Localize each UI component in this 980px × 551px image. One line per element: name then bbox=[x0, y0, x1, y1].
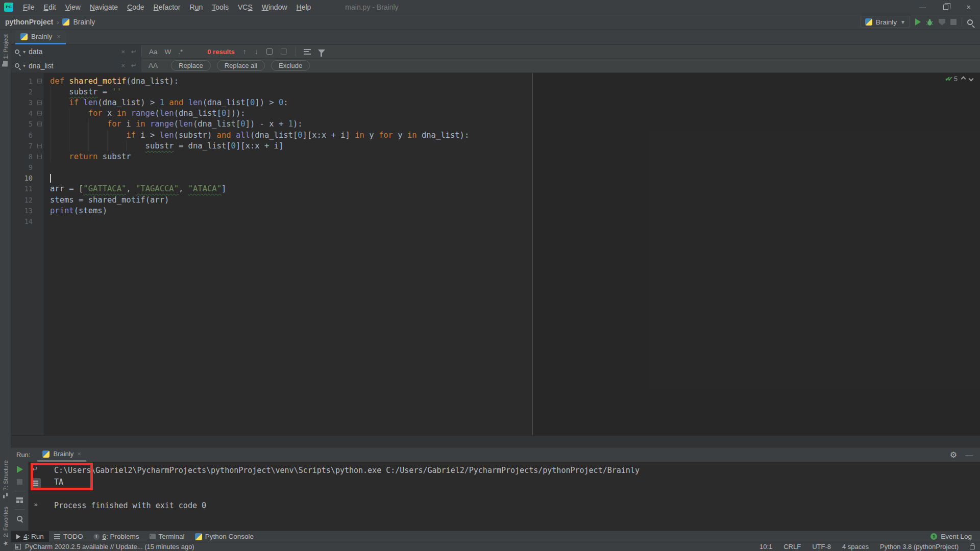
menu-view[interactable]: View bbox=[61, 0, 85, 14]
console-line: Process finished with exit code 0 bbox=[54, 500, 980, 512]
run-tab-close-icon[interactable]: × bbox=[77, 450, 81, 458]
code-line-10[interactable]: 10 bbox=[11, 173, 980, 184]
run-console-output[interactable]: C:\Users\Gabriel2\PycharmProjects\python… bbox=[43, 462, 980, 531]
search-everywhere-icon[interactable] bbox=[967, 19, 973, 25]
breadcrumb-project[interactable]: pythonProject bbox=[5, 18, 53, 26]
replace-query[interactable]: dna_list bbox=[29, 62, 116, 70]
pin-tab-icon[interactable] bbox=[17, 516, 23, 522]
event-log-button[interactable]: 1 Event Log bbox=[930, 533, 972, 540]
code-editor[interactable]: 1def shared_motif(dna_list):2substr = ''… bbox=[11, 73, 980, 435]
typo-checkmark-icon: ✔✔ bbox=[945, 75, 950, 83]
menu-help[interactable]: Help bbox=[292, 0, 316, 14]
status-message[interactable]: PyCharm 2020.2.5 available // Update... … bbox=[25, 543, 194, 550]
inspection-widget[interactable]: ✔✔ 5 bbox=[945, 75, 973, 83]
fold-end-icon[interactable] bbox=[37, 154, 42, 159]
replace-history-chevron-icon[interactable]: ▾ bbox=[23, 63, 26, 68]
breadcrumb-file[interactable]: Brainly bbox=[73, 18, 95, 26]
search-query[interactable]: data bbox=[29, 47, 116, 56]
match-case-toggle[interactable]: Aa bbox=[149, 48, 158, 56]
code-line-11[interactable]: 11arr = ["GATTACA", "TAGACCA", "ATACA"] bbox=[11, 184, 980, 194]
exclude-button[interactable]: Exclude bbox=[271, 60, 310, 71]
fold-end-icon[interactable] bbox=[37, 143, 42, 148]
more-actions-icon[interactable]: » bbox=[34, 500, 37, 508]
toolwindow-tab-todo[interactable]: TODO bbox=[49, 531, 88, 542]
next-occurrence-icon[interactable]: ↓ bbox=[255, 47, 258, 56]
tool-window-switcher-icon[interactable] bbox=[15, 544, 21, 549]
debug-button[interactable] bbox=[926, 18, 934, 26]
menu-edit[interactable]: Edit bbox=[39, 0, 61, 14]
rerun-button[interactable] bbox=[17, 466, 23, 473]
run-configuration-select[interactable]: Brainly ▼ bbox=[861, 16, 910, 28]
menu-code[interactable]: Code bbox=[122, 0, 149, 14]
newline-icon[interactable]: ↵ bbox=[130, 48, 138, 56]
restore-layout-icon[interactable] bbox=[16, 497, 23, 503]
previous-problem-icon[interactable] bbox=[961, 77, 966, 82]
menu-file[interactable]: File bbox=[18, 0, 39, 14]
editor-run-splitter[interactable] bbox=[11, 435, 980, 447]
fold-collapse-icon[interactable] bbox=[37, 100, 42, 105]
regex-toggle[interactable]: .* bbox=[178, 48, 183, 56]
menu-refactor[interactable]: Refactor bbox=[149, 0, 185, 14]
code-line-3[interactable]: 3if len(dna_list) > 1 and len(dna_list[0… bbox=[11, 97, 980, 108]
sidebar-item-project[interactable]: 1: Project bbox=[3, 30, 9, 70]
restore-button[interactable] bbox=[934, 0, 957, 14]
replace-button[interactable]: Replace bbox=[171, 60, 211, 71]
replace-all-button[interactable]: Replace all bbox=[217, 60, 265, 71]
previous-occurrence-icon[interactable]: ↑ bbox=[243, 47, 247, 56]
fold-collapse-icon[interactable] bbox=[37, 111, 42, 116]
code-line-14[interactable]: 14 bbox=[11, 216, 980, 227]
gear-icon[interactable]: ⚙ bbox=[950, 450, 957, 460]
status-item-4[interactable]: Python 3.8 (pythonProject) bbox=[880, 543, 959, 550]
write-access-lock-icon[interactable] bbox=[970, 545, 975, 549]
search-history-chevron-icon[interactable]: ▾ bbox=[23, 49, 26, 55]
menu-window[interactable]: Window bbox=[257, 0, 292, 14]
menu-navigate[interactable]: Navigate bbox=[85, 0, 122, 14]
toolwindow-tab-problems[interactable]: !6: Problems bbox=[88, 531, 144, 542]
filter-icon[interactable] bbox=[318, 49, 325, 54]
line-number: 12 bbox=[11, 196, 44, 204]
hide-panel-icon[interactable]: — bbox=[965, 450, 973, 459]
code-line-12[interactable]: 12stems = shared_motif(arr) bbox=[11, 194, 980, 205]
editor-tab-brainly[interactable]: Brainly × bbox=[15, 30, 66, 44]
menu-vcs[interactable]: VCS bbox=[233, 0, 257, 14]
status-item-1[interactable]: CRLF bbox=[783, 543, 801, 550]
newline-icon[interactable]: ↵ bbox=[130, 62, 138, 69]
code-line-13[interactable]: 13print(stems) bbox=[11, 205, 980, 216]
clear-replace-icon[interactable]: × bbox=[120, 62, 127, 69]
menu-tools[interactable]: Tools bbox=[207, 0, 233, 14]
run-tab-brainly[interactable]: Brainly × bbox=[37, 447, 86, 462]
minimize-button[interactable]: — bbox=[911, 0, 934, 14]
replace-input[interactable]: ▾ dna_list × ↵ bbox=[11, 59, 141, 72]
code-line-5[interactable]: 5for i in range(len(dna_list[0]) - x + 1… bbox=[11, 119, 980, 130]
preserve-case-toggle[interactable]: AA bbox=[149, 62, 158, 69]
line-number: 4 bbox=[11, 109, 44, 117]
code-line-8[interactable]: 8return substr bbox=[11, 151, 980, 162]
code-line-9[interactable]: 9 bbox=[11, 162, 980, 173]
fold-collapse-icon[interactable] bbox=[37, 122, 42, 127]
code-line-2[interactable]: 2substr = '' bbox=[11, 86, 980, 97]
sidebar-item-structure[interactable]: 7: Structure bbox=[3, 456, 9, 502]
tab-close-icon[interactable]: × bbox=[57, 33, 61, 40]
status-item-2[interactable]: UTF-8 bbox=[812, 543, 831, 550]
search-input[interactable]: ▾ data × ↵ bbox=[11, 45, 141, 59]
toolwindow-tab-pythonconsole[interactable]: Python Console bbox=[190, 531, 259, 542]
status-item-0[interactable]: 10:1 bbox=[760, 543, 772, 550]
clear-search-icon[interactable]: × bbox=[120, 48, 127, 56]
code-line-7[interactable]: 7substr = dna_list[0][x:x + i] bbox=[11, 140, 980, 151]
find-all-icon[interactable] bbox=[266, 48, 273, 55]
line-number: 1 bbox=[11, 77, 44, 85]
search-options-icon[interactable] bbox=[304, 49, 311, 55]
next-problem-icon[interactable] bbox=[969, 77, 974, 82]
sidebar-item-favorites[interactable]: ★ 2: Favorites bbox=[2, 503, 9, 551]
toolwindow-tab-run[interactable]: 4: Run bbox=[11, 531, 49, 542]
code-line-6[interactable]: 6if i > len(substr) and all(dna_list[0][… bbox=[11, 130, 980, 140]
status-item-3[interactable]: 4 spaces bbox=[842, 543, 869, 550]
close-button[interactable]: × bbox=[957, 0, 980, 14]
fold-collapse-icon[interactable] bbox=[37, 79, 42, 83]
code-line-4[interactable]: 4for x in range(len(dna_list[0])): bbox=[11, 108, 980, 119]
menu-run[interactable]: Run bbox=[185, 0, 208, 14]
toolwindow-tab-terminal[interactable]: Terminal bbox=[144, 531, 190, 542]
run-button[interactable] bbox=[915, 18, 921, 26]
code-line-1[interactable]: 1def shared_motif(dna_list): bbox=[11, 76, 980, 86]
words-toggle[interactable]: W bbox=[165, 48, 172, 56]
